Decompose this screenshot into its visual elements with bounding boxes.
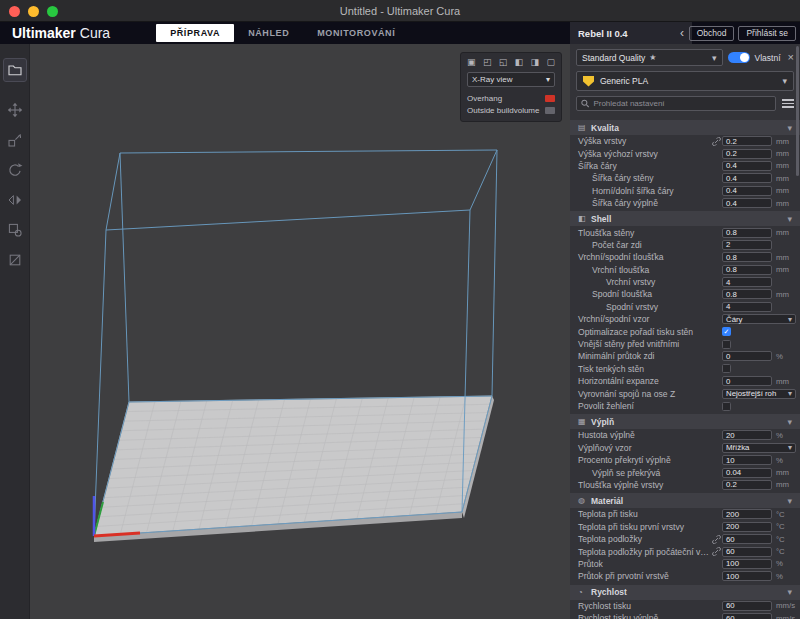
- setting-row-procento-prekryti-vyplne: Procento překrytí výplně10%: [570, 454, 800, 466]
- view-bottom-icon[interactable]: ▢: [546, 58, 555, 67]
- setting-unit: mm: [772, 199, 796, 208]
- setting-value-input[interactable]: 4: [722, 302, 772, 312]
- setting-row-vyplnovy-vzor: Výplňový vzorMřížka▾: [570, 442, 800, 454]
- setting-value-input[interactable]: 200: [722, 509, 772, 519]
- setting-value-input[interactable]: 0.04: [722, 468, 772, 478]
- setting-value-input[interactable]: 60: [722, 601, 772, 611]
- section-header-vypln[interactable]: ▦Výplň▾: [570, 414, 800, 429]
- scale-button[interactable]: [3, 128, 27, 152]
- setting-checkbox[interactable]: [722, 340, 731, 349]
- per-model-settings-button[interactable]: [3, 218, 27, 242]
- view-right-icon[interactable]: ◨: [531, 58, 540, 67]
- section-header-rychlost[interactable]: ◔Rychlost▾: [570, 585, 800, 600]
- setting-checkbox[interactable]: ✓: [722, 327, 731, 336]
- material-section-icon: ◍: [578, 496, 591, 505]
- setting-value-input[interactable]: 0.4: [722, 173, 772, 183]
- setting-row-vrchni-vrstvy: Vrchní vrstvy4: [570, 276, 800, 288]
- setting-value-input[interactable]: 0: [722, 376, 772, 386]
- tab-nahled[interactable]: NÁHLED: [234, 24, 303, 42]
- setting-value-input[interactable]: 2: [722, 240, 772, 250]
- setting-row-prutok-pri-prvotni-vrstve: Průtok při prvotní vrstvě100%: [570, 570, 800, 582]
- setting-value-input[interactable]: 200: [722, 522, 772, 532]
- setting-value-input[interactable]: 0.4: [722, 186, 772, 196]
- setting-value-input[interactable]: 0: [722, 351, 772, 361]
- per-model-settings-icon: [7, 222, 23, 238]
- setting-label: Šířka čáry výplně: [570, 198, 722, 208]
- setting-row-vyska-vychozi-vrstvy: Výška výchozí vrstvy0.2mm: [570, 147, 800, 159]
- view-top-icon[interactable]: ◱: [499, 58, 508, 67]
- view-left-icon[interactable]: ◧: [515, 58, 524, 67]
- setting-value-input[interactable]: 4: [722, 277, 772, 287]
- legend-color-swatch: [545, 107, 555, 114]
- view-mode-dropdown[interactable]: X-Ray view ▾: [467, 72, 555, 87]
- collapse-chevron-icon[interactable]: ‹: [680, 27, 684, 39]
- setting-value-input[interactable]: 0.8: [722, 252, 772, 262]
- setting-label: Horizontální expanze: [570, 376, 722, 386]
- setting-value-input[interactable]: 60: [722, 547, 772, 557]
- setting-unit: mm: [772, 228, 796, 237]
- setting-unit: mm: [772, 174, 796, 183]
- setting-dropdown[interactable]: Čáry▾: [722, 314, 796, 324]
- setting-label: Horní/dolní šířka čáry: [570, 186, 722, 196]
- settings-menu-icon[interactable]: [782, 99, 794, 108]
- profile-dropdown[interactable]: Standard Quality ★ ▾: [576, 49, 723, 66]
- setting-label: Vrchní vrstvy: [570, 277, 722, 287]
- minimize-window-button[interactable]: [28, 6, 39, 17]
- section-title: Materiál: [591, 496, 623, 506]
- setting-value-input[interactable]: 0.8: [722, 265, 772, 275]
- tab-monitorovani[interactable]: MONITOROVÁNÍ: [303, 24, 409, 42]
- vypln-section-icon: ▦: [578, 417, 591, 426]
- setting-value-input[interactable]: 0.4: [722, 161, 772, 171]
- mirror-button[interactable]: [3, 188, 27, 212]
- section-header-kvalita[interactable]: ▤Kvalita▾: [570, 120, 800, 135]
- setting-value-input[interactable]: 0.2: [722, 136, 772, 146]
- search-settings-input[interactable]: [593, 99, 771, 108]
- tool-toolbar: [0, 44, 30, 619]
- setting-value-input[interactable]: 0.2: [722, 149, 772, 159]
- setting-value-input[interactable]: 0.8: [722, 289, 772, 299]
- section-header-material[interactable]: ◍Materiál▾: [570, 493, 800, 508]
- tab-priprava[interactable]: PŘÍPRAVA: [156, 24, 234, 42]
- setting-value-input[interactable]: 0.8: [722, 228, 772, 238]
- rotate-button[interactable]: [3, 158, 27, 182]
- setting-value-input[interactable]: 20: [722, 430, 772, 440]
- setting-label: Teplota při tisku: [570, 509, 722, 519]
- close-panel-icon[interactable]: ×: [788, 52, 794, 63]
- viewport-3d[interactable]: ▣◰◱◧◨▢ X-Ray view ▾ OverhangOutside buil…: [30, 44, 570, 619]
- marketplace-button[interactable]: Obchod: [689, 26, 735, 41]
- support-blocker-button[interactable]: [3, 248, 27, 272]
- move-button[interactable]: [3, 98, 27, 122]
- setting-value-input[interactable]: 60: [722, 613, 772, 619]
- view-front-icon[interactable]: ◰: [483, 58, 492, 67]
- open-file-button[interactable]: [3, 58, 27, 82]
- settings-scrollbar[interactable]: [796, 46, 799, 176]
- section-header-shell[interactable]: ◧Shell▾: [570, 211, 800, 226]
- link-icon: [711, 547, 722, 556]
- custom-mode-toggle[interactable]: [728, 52, 750, 63]
- setting-unit: mm: [772, 468, 796, 477]
- setting-label: Povolit žehlení: [570, 401, 722, 411]
- zoom-window-button[interactable]: [47, 6, 58, 17]
- signin-button[interactable]: Přihlásit se: [738, 26, 796, 41]
- cura-window: Untitled - Ultimaker Cura UltimakerCura …: [0, 0, 800, 619]
- setting-unit: mm: [772, 137, 796, 146]
- setting-row-tisk-tenkych-sten: Tisk tenkých stěn: [570, 363, 800, 375]
- setting-dropdown[interactable]: Nejostřejší roh▾: [722, 389, 796, 399]
- material-dropdown[interactable]: Generic PLA ▾: [576, 71, 794, 91]
- printer-selector[interactable]: Rebel II 0.4 ‹: [570, 22, 692, 44]
- setting-dropdown[interactable]: Mřížka▾: [722, 443, 796, 453]
- setting-value-input[interactable]: 100: [722, 571, 772, 581]
- setting-value-input[interactable]: 60: [722, 534, 772, 544]
- close-window-button[interactable]: [9, 6, 20, 17]
- setting-checkbox[interactable]: [722, 402, 731, 411]
- setting-row-vyska-vrstvy: Výška vrstvy0.2mm: [570, 135, 800, 147]
- setting-label: Vrchní tloušťka: [570, 265, 722, 275]
- setting-checkbox[interactable]: [722, 364, 731, 373]
- setting-value-input[interactable]: 0.4: [722, 198, 772, 208]
- setting-value-input[interactable]: 0.2: [722, 480, 772, 490]
- view-3d-icon[interactable]: ▣: [467, 58, 476, 67]
- setting-value-input[interactable]: 100: [722, 559, 772, 569]
- setting-dropdown-value: Mřížka: [726, 443, 749, 452]
- setting-value-input[interactable]: 10: [722, 455, 772, 465]
- setting-row-povolit-zehleni: Povolit žehlení: [570, 400, 800, 412]
